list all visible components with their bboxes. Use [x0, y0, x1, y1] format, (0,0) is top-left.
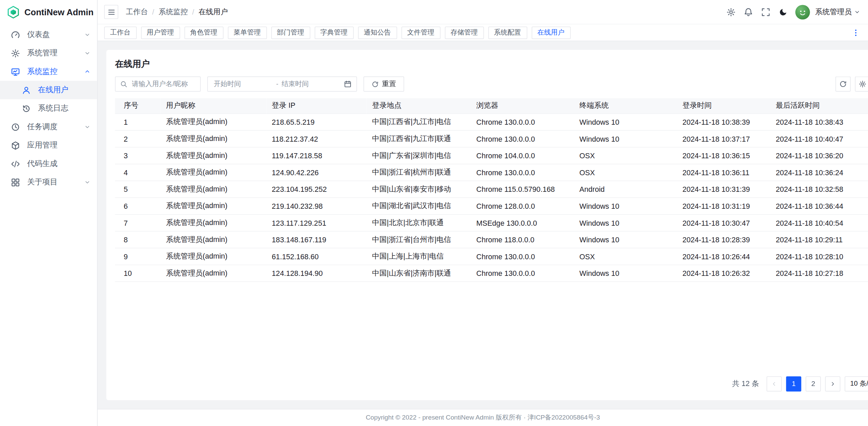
sidebar-item-code-generation[interactable]: 代码生成 — [0, 155, 97, 173]
bell-icon — [744, 7, 753, 17]
tab-dict-management[interactable]: 字典管理 — [314, 26, 353, 39]
sidebar-item-system-log[interactable]: 系统日志 — [0, 99, 97, 118]
cell-browser: Chrome 130.0.0.0 — [471, 164, 574, 181]
dashboard-icon — [11, 30, 20, 39]
cell-login-time: 2024-11-18 10:26:44 — [677, 248, 770, 265]
dark-mode-button[interactable] — [775, 4, 791, 20]
user-name: 系统管理员 — [815, 7, 852, 17]
column-settings-button[interactable] — [855, 77, 868, 92]
refresh-table-button[interactable] — [835, 77, 851, 92]
date-start-input[interactable] — [213, 80, 274, 88]
breadcrumb-item-current: 在线用户 — [199, 7, 228, 17]
online-user-card: 在线用户 - — [106, 50, 868, 400]
user-menu[interactable]: 系统管理员 — [815, 7, 861, 17]
tab-storage-management[interactable]: 存储管理 — [445, 26, 484, 39]
page-size-select[interactable]: 10 条/页 — [845, 376, 868, 391]
settings-icon — [11, 48, 20, 58]
cell-os: Windows 10 — [574, 265, 677, 282]
filter-toolbar: - 重置 — [106, 77, 868, 98]
tab-online-user[interactable]: 在线用户 — [531, 26, 570, 39]
tab-menu-management[interactable]: 菜单管理 — [228, 26, 267, 39]
cell-nickname: 系统管理员(admin) — [161, 198, 267, 215]
sidebar-item-system-management[interactable]: 系统管理 — [0, 44, 97, 62]
cell-os: Windows 10 — [574, 215, 677, 231]
sidebar-item-dashboard[interactable]: 仪表盘 — [0, 25, 97, 44]
user-icon — [22, 85, 31, 95]
tab-workplace[interactable]: 工作台 — [104, 26, 136, 39]
tab-notice[interactable]: 通知公告 — [358, 26, 397, 39]
table-row: 6系统管理员(admin)219.140.232.98中国|湖北省|武汉市|电信… — [115, 198, 868, 215]
chevron-down-icon — [84, 124, 91, 130]
tab-role-management[interactable]: 角色管理 — [184, 26, 223, 39]
tab-file-management[interactable]: 文件管理 — [401, 26, 440, 39]
tab-more-button[interactable] — [850, 28, 862, 37]
cell-os: Windows 10 — [574, 198, 677, 215]
tab-system-config[interactable]: 系统配置 — [488, 26, 527, 39]
chevron-up-icon — [84, 68, 91, 75]
date-end-input[interactable] — [280, 80, 342, 88]
menu-collapse-button[interactable] — [104, 5, 118, 19]
tabbar: 工作台用户管理角色管理菜单管理部门管理字典管理通知公告文件管理存储管理系统配置在… — [98, 24, 868, 41]
cell-location: 中国|山东省|泰安市|移动 — [367, 181, 471, 198]
sidebar-item-label: 关于项目 — [27, 177, 84, 187]
cell-ip: 119.147.218.58 — [267, 147, 367, 164]
cell-location: 中国|北京|北京市|联通 — [367, 215, 471, 231]
cell-browser: MSEdge 130.0.0.0 — [471, 215, 574, 231]
reset-button[interactable]: 重置 — [363, 77, 404, 92]
fullscreen-button[interactable] — [758, 4, 773, 20]
reset-button-label: 重置 — [382, 79, 396, 89]
notifications-button[interactable] — [741, 4, 756, 20]
sidebar: ContiNew Admin 仪表盘系统管理系统监控在线用户系统日志任务调度应用… — [0, 0, 98, 426]
sidebar-item-about-project[interactable]: 关于项目 — [0, 173, 97, 191]
header-settings-button[interactable] — [724, 4, 739, 20]
sidebar-item-app-management[interactable]: 应用管理 — [0, 136, 97, 155]
avatar[interactable] — [795, 5, 810, 19]
log-icon — [22, 104, 31, 113]
cell-location: 中国|浙江省|台州市|电信 — [367, 231, 471, 248]
cell-browser: Chrome 130.0.0.0 — [471, 130, 574, 147]
cell-index: 2 — [115, 130, 160, 147]
gear-icon — [726, 7, 735, 17]
prev-page-button[interactable] — [767, 376, 782, 391]
pagination-total: 共 12 条 — [732, 379, 759, 389]
breadcrumb-separator: / — [192, 8, 194, 16]
column-header: 序号 — [115, 98, 160, 114]
sidebar-item-label: 任务调度 — [27, 122, 84, 132]
page-button-2[interactable]: 2 — [806, 376, 821, 391]
cell-nickname: 系统管理员(admin) — [161, 130, 267, 147]
breadcrumb-item-system-monitor[interactable]: 系统监控 — [159, 7, 188, 17]
next-page-button[interactable] — [825, 376, 841, 391]
column-header: 终端系统 — [574, 98, 677, 114]
cell-last-active: 2024-11-18 10:27:18 — [770, 265, 868, 282]
breadcrumb-item-workplace[interactable]: 工作台 — [126, 7, 148, 17]
column-header: 用户昵称 — [161, 98, 267, 114]
sidebar-item-label: 系统管理 — [27, 48, 84, 58]
tab-dept-management[interactable]: 部门管理 — [271, 26, 310, 39]
cell-browser: Chrome 130.0.0.0 — [471, 248, 574, 265]
tab-list: 工作台用户管理角色管理菜单管理部门管理字典管理通知公告文件管理存储管理系统配置在… — [104, 26, 570, 39]
logo[interactable]: ContiNew Admin — [0, 0, 97, 24]
table-row: 4系统管理员(admin)124.90.42.226中国|浙江省|杭州市|联通C… — [115, 164, 868, 181]
cell-index: 1 — [115, 114, 160, 130]
sidebar-item-online-user[interactable]: 在线用户 — [0, 81, 97, 99]
sidebar-item-system-monitor[interactable]: 系统监控 — [0, 62, 97, 81]
gear-icon — [859, 80, 866, 88]
online-users-table: 序号用户昵称登录 IP登录地点浏览器终端系统登录时间最后活跃时间操作 1系统管理… — [115, 98, 868, 282]
cell-os: Android — [574, 181, 677, 198]
cell-login-time: 2024-11-18 10:36:15 — [677, 147, 770, 164]
sidebar-item-task-schedule[interactable]: 任务调度 — [0, 118, 97, 136]
cell-os: OSX — [574, 147, 677, 164]
cell-os: Windows 10 — [574, 130, 677, 147]
breadcrumb: 工作台 / 系统监控 / 在线用户 — [126, 7, 228, 17]
cell-nickname: 系统管理员(admin) — [161, 215, 267, 231]
cell-last-active: 2024-11-18 10:32:58 — [770, 181, 868, 198]
sidebar-item-label: 系统监控 — [27, 67, 84, 77]
table-row: 2系统管理员(admin)118.212.37.42中国|江西省|九江市|联通C… — [115, 130, 868, 147]
cell-login-time: 2024-11-18 10:28:39 — [677, 231, 770, 248]
fullscreen-icon — [761, 7, 770, 17]
page-button-1[interactable]: 1 — [786, 376, 802, 391]
chevron-down-icon — [854, 9, 860, 15]
search-input[interactable] — [131, 80, 196, 88]
tab-user-management[interactable]: 用户管理 — [141, 26, 180, 39]
cell-browser: Chrome 118.0.0.0 — [471, 231, 574, 248]
